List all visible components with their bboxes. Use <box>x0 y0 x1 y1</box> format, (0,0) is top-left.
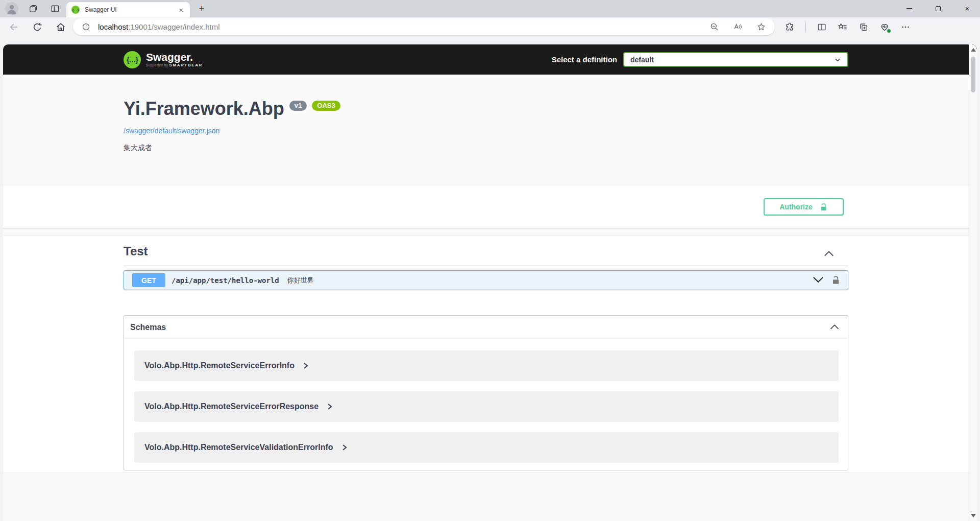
chevron-right-icon <box>302 362 309 369</box>
collections-icon[interactable] <box>859 22 869 32</box>
operation-path: /api/app/test/hello-world <box>172 276 279 285</box>
zoom-out-icon[interactable] <box>709 22 719 32</box>
scroll-up-button[interactable] <box>971 48 976 52</box>
tag-divider <box>124 266 848 266</box>
page-content: {…} Swagger. Supported bySMARTBEAR Selec… <box>3 44 977 521</box>
chevron-right-icon <box>341 444 348 451</box>
model-card-remote-service-error-info[interactable]: Volo.Abp.Http.RemoteServiceErrorInfo <box>134 350 839 381</box>
toolbar-divider <box>805 22 806 32</box>
operations-section: Test GET /api/app/test/hello-world 你好世界 … <box>3 235 977 473</box>
back-icon[interactable] <box>8 21 19 33</box>
minimize-icon <box>906 8 912 9</box>
url-host: localhost <box>98 22 128 31</box>
api-title: Yi.Framework.Abp <box>124 98 284 120</box>
model-name: Volo.Abp.Http.RemoteServiceErrorInfo <box>144 361 295 370</box>
scrollbar-thumb[interactable] <box>971 57 975 92</box>
favorite-star-icon[interactable] <box>756 22 766 32</box>
http-method-badge: GET <box>132 273 165 287</box>
oas3-badge: OAS3 <box>312 101 340 111</box>
spec-json-link[interactable]: /swagger/default/swagger.json <box>124 127 219 135</box>
window-maximize-button[interactable] <box>926 0 950 17</box>
window-close-button[interactable]: × <box>955 0 979 17</box>
tab-actions-icon[interactable] <box>50 4 60 14</box>
definition-selected-value: default <box>630 56 654 64</box>
version-badge: v1 <box>289 101 307 111</box>
operation-summary: 你好世界 <box>287 276 314 285</box>
swagger-topbar: {…} Swagger. Supported bySMARTBEAR Selec… <box>3 44 977 75</box>
site-info-icon[interactable] <box>82 22 90 31</box>
model-card-remote-service-validation-error-info[interactable]: Volo.Abp.Http.RemoteServiceValidationErr… <box>134 432 839 463</box>
api-title-row: Yi.Framework.Abp v1 OAS3 <box>124 98 340 120</box>
collapse-schemas-icon[interactable] <box>829 323 840 331</box>
extensions-icon[interactable] <box>785 22 795 32</box>
model-name: Volo.Abp.Http.RemoteServiceValidationErr… <box>144 443 333 452</box>
authorize-button[interactable]: Authorize <box>764 198 844 216</box>
operation-row-get-hello-world[interactable]: GET /api/app/test/hello-world 你好世界 <box>124 270 848 290</box>
scroll-down-button[interactable] <box>971 514 976 517</box>
select-definition-label: Select a definition <box>552 55 617 64</box>
split-screen-icon[interactable] <box>817 22 827 32</box>
refresh-icon[interactable] <box>32 21 43 33</box>
browser-essentials-icon[interactable] <box>879 22 890 32</box>
tab-title: Swagger UI <box>85 6 177 13</box>
person-icon <box>5 2 18 15</box>
expand-operation-icon[interactable] <box>812 276 824 285</box>
operation-auth-lock-icon[interactable] <box>831 275 841 285</box>
swagger-logo-icon: {…} <box>124 51 141 68</box>
browser-toolbar: localhost:19001/swagger/index.html <box>0 17 980 44</box>
chevron-right-icon <box>326 403 333 410</box>
chevron-down-icon <box>834 56 841 63</box>
api-description: 集大成者 <box>124 144 152 153</box>
browser-tab[interactable]: {…} Swagger UI × <box>66 2 190 17</box>
tag-heading-test[interactable]: Test <box>124 244 148 258</box>
swagger-logo[interactable]: {…} Swagger. Supported bySMARTBEAR <box>124 51 203 68</box>
read-aloud-icon[interactable] <box>733 22 743 32</box>
new-tab-button[interactable]: + <box>196 3 207 14</box>
schemas-title: Schemas <box>130 323 166 332</box>
swagger-brand-text: Swagger. <box>146 52 203 62</box>
smartbear-byline: Supported bySMARTBEAR <box>146 63 203 67</box>
definition-select[interactable]: default <box>623 52 848 67</box>
favorites-icon[interactable] <box>838 22 848 32</box>
url-path: :19001/swagger/index.html <box>128 22 219 31</box>
maximize-icon <box>936 6 941 11</box>
essentials-status-dot <box>887 29 891 33</box>
scheme-container: Authorize <box>3 185 977 228</box>
authorize-label: Authorize <box>779 203 813 211</box>
tab-close-icon[interactable]: × <box>177 6 185 14</box>
home-icon[interactable] <box>55 21 66 33</box>
address-bar[interactable]: localhost:19001/swagger/index.html <box>73 18 775 35</box>
model-card-remote-service-error-response[interactable]: Volo.Abp.Http.RemoteServiceErrorResponse <box>134 391 839 422</box>
collapse-tag-icon[interactable] <box>823 250 835 259</box>
workspaces-icon[interactable] <box>28 4 38 14</box>
window-minimize-button[interactable] <box>897 0 921 17</box>
profile-avatar[interactable] <box>5 2 18 15</box>
url-text[interactable]: localhost:19001/swagger/index.html <box>98 22 219 31</box>
schemas-header[interactable]: Schemas <box>124 316 848 339</box>
unlock-icon <box>819 203 828 211</box>
vertical-scrollbar[interactable] <box>969 44 977 521</box>
schemas-section: Schemas Volo.Abp.Http.RemoteServiceError… <box>124 315 848 470</box>
browser-tab-strip: {…} Swagger UI × + × <box>0 0 980 17</box>
more-menu-icon[interactable] <box>900 22 911 32</box>
swagger-favicon: {…} <box>71 6 80 14</box>
model-name: Volo.Abp.Http.RemoteServiceErrorResponse <box>144 402 318 411</box>
